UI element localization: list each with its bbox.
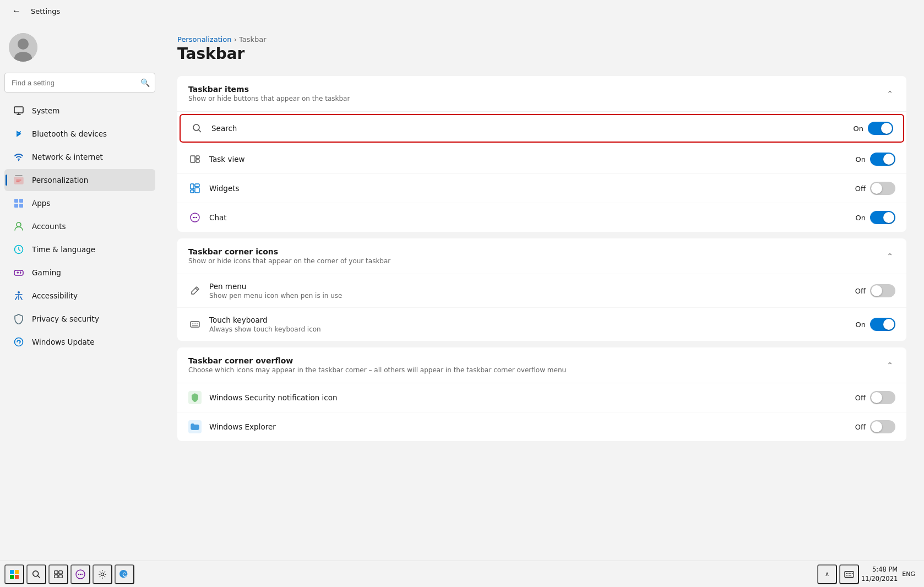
nav-label-network: Network & internet: [32, 153, 103, 161]
nav-item-accessibility[interactable]: Accessibility: [4, 285, 155, 307]
taskview-toggle[interactable]: [870, 153, 895, 166]
page-title: Taskbar: [177, 45, 906, 63]
touchkeyboard-setting-sublabel: Always show touch keyboard icon: [209, 325, 845, 333]
avatar-area: [0, 26, 160, 73]
taskbar-settings-button[interactable]: [93, 564, 112, 584]
winsec-toggle[interactable]: [870, 391, 895, 404]
back-button[interactable]: ←: [9, 3, 24, 19]
setting-row-chat: Chat On: [177, 203, 906, 232]
section-title-corner-overflow: Taskbar corner overflow: [188, 356, 566, 365]
search-icon: 🔍: [140, 78, 150, 87]
nav-item-update[interactable]: Windows Update: [4, 331, 155, 353]
taskbar-keyboard-button[interactable]: [839, 564, 859, 584]
touchkeyboard-toggle[interactable]: [870, 318, 895, 331]
system-icon: [13, 105, 24, 116]
svg-point-38: [78, 573, 79, 574]
nav-item-network[interactable]: Network & internet: [4, 146, 155, 168]
nav-item-bluetooth[interactable]: Bluetooth & devices: [4, 123, 155, 145]
accounts-icon: [13, 221, 24, 232]
nav-item-personalization[interactable]: Personalization: [4, 169, 155, 191]
winsec-toggle-label: Off: [852, 394, 866, 402]
taskbar-clock: 5:48 PM 11/20/2021: [861, 565, 898, 583]
section-header-taskbar-items: Taskbar items Show or hide buttons that …: [177, 76, 906, 112]
svg-rect-22: [195, 188, 199, 193]
svg-rect-3: [14, 107, 23, 113]
content-area: Personalization › Taskbar Taskbar Taskba…: [160, 22, 924, 561]
nav-label-bluetooth: Bluetooth & devices: [32, 129, 107, 138]
penmenu-toggle[interactable]: [870, 284, 895, 297]
nav-item-gaming[interactable]: Gaming: [4, 262, 155, 284]
taskbar-chat-button[interactable]: [70, 564, 90, 584]
nav-item-system[interactable]: System: [4, 100, 155, 122]
svg-point-1: [18, 39, 29, 50]
svg-rect-33: [55, 570, 58, 573]
svg-point-15: [193, 124, 199, 131]
svg-rect-16: [191, 156, 195, 162]
svg-rect-9: [19, 204, 23, 208]
nav-item-accounts[interactable]: Accounts: [4, 215, 155, 237]
taskbar-chevron-button[interactable]: ∧: [817, 564, 837, 584]
nav-label-privacy: Privacy & security: [32, 314, 99, 323]
time-icon: [13, 244, 24, 255]
search-setting-label: Search: [211, 124, 843, 133]
svg-point-26: [196, 217, 197, 218]
chat-setting-icon: [188, 211, 202, 224]
section-chevron-corner-overflow[interactable]: ⌃: [884, 360, 895, 371]
svg-rect-18: [196, 160, 199, 162]
svg-rect-31: [15, 575, 19, 579]
svg-rect-29: [15, 570, 19, 574]
breadcrumb-parent[interactable]: Personalization: [177, 35, 232, 44]
titlebar-title: Settings: [31, 7, 60, 15]
svg-rect-28: [10, 570, 14, 574]
nav-item-privacy[interactable]: Privacy & security: [4, 308, 155, 330]
sidebar: 🔍 System Bluetooth & devices Network & i…: [0, 22, 160, 561]
winsec-setting-label: Windows Security notification icon: [209, 393, 845, 402]
nav-item-apps[interactable]: Apps: [4, 192, 155, 214]
taskbar-taskview-button[interactable]: [48, 564, 68, 584]
chat-setting-label: Chat: [209, 213, 845, 222]
gaming-icon: [13, 267, 24, 278]
search-setting-icon: [191, 122, 204, 135]
svg-rect-30: [10, 575, 14, 579]
search-toggle[interactable]: [868, 122, 893, 135]
taskbar-items-section: Taskbar items Show or hide buttons that …: [177, 76, 906, 232]
winexplorer-setting-icon: [188, 420, 202, 433]
taskbar-edge-button[interactable]: [115, 564, 134, 584]
section-title-corner-icons: Taskbar corner icons: [188, 247, 390, 256]
nav-label-update: Windows Update: [32, 338, 94, 346]
winexplorer-toggle-label: Off: [852, 423, 866, 431]
svg-rect-8: [14, 204, 18, 208]
avatar: [9, 33, 37, 62]
widgets-setting-label: Widgets: [209, 184, 845, 193]
svg-rect-6: [14, 199, 18, 203]
section-chevron-corner-icons[interactable]: ⌃: [884, 251, 895, 262]
widgets-setting-icon: [188, 182, 202, 195]
taskbar-system-area: ∧ 5:48 PM 11/20/2021 ENG: [817, 564, 920, 584]
nav-item-time[interactable]: Time & language: [4, 238, 155, 260]
svg-point-25: [194, 217, 195, 218]
svg-rect-41: [845, 571, 854, 577]
accessibility-icon: [13, 290, 24, 301]
setting-row-winexplorer: Windows Explorer Off: [177, 412, 906, 441]
svg-point-32: [33, 570, 39, 576]
taskbar-search-button[interactable]: [26, 564, 46, 584]
nav-label-system: System: [32, 106, 59, 115]
widgets-toggle[interactable]: [870, 182, 895, 195]
personalization-icon: [13, 175, 24, 186]
search-input[interactable]: [4, 73, 155, 93]
nav-label-accounts: Accounts: [32, 222, 66, 231]
search-toggle-label: On: [850, 124, 863, 133]
setting-row-penmenu: Pen menu Show pen menu icon when pen is …: [177, 274, 906, 308]
winexplorer-toggle[interactable]: [870, 420, 895, 433]
nav-label-gaming: Gaming: [32, 268, 61, 277]
start-button[interactable]: [4, 564, 24, 584]
svg-point-40: [81, 573, 83, 574]
touchkeyboard-setting-label: Touch keyboard: [209, 316, 845, 324]
taskbar-corner-overflow-section: Taskbar corner overflow Choose which ico…: [177, 347, 906, 441]
network-icon: [13, 151, 24, 162]
svg-rect-27: [191, 322, 199, 327]
section-chevron-taskbar-items[interactable]: ⌃: [884, 88, 895, 99]
section-subtitle-corner-overflow: Choose which icons may appear in the tas…: [188, 366, 566, 374]
chat-toggle[interactable]: [870, 211, 895, 224]
breadcrumb: Personalization › Taskbar: [177, 35, 906, 44]
